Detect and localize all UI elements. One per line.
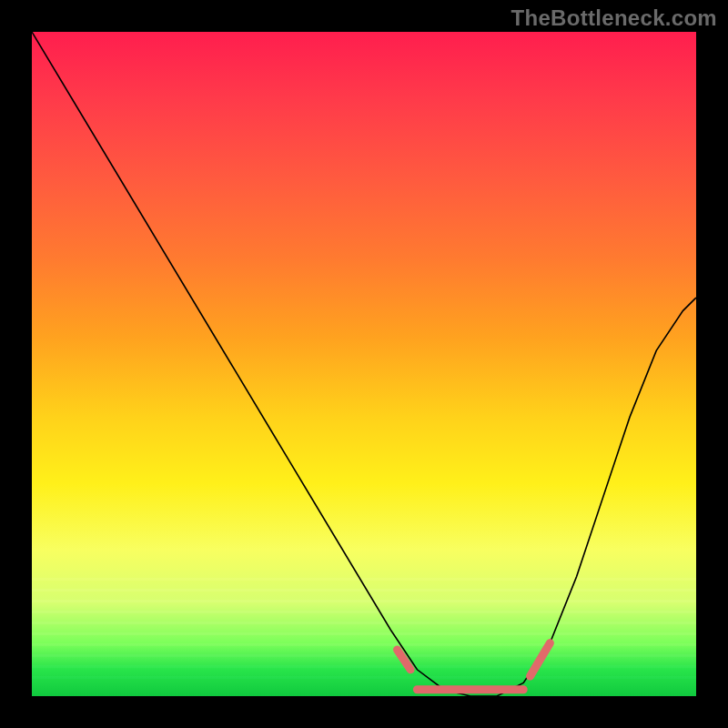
watermark-text: TheBottleneck.com [511, 5, 717, 31]
accent-right-tick [531, 643, 551, 677]
plot-area [32, 32, 696, 696]
curve-svg [32, 32, 696, 696]
accent-left-tick [398, 650, 411, 670]
chart-frame: TheBottleneck.com [0, 0, 728, 728]
bottleneck-curve [32, 32, 696, 696]
